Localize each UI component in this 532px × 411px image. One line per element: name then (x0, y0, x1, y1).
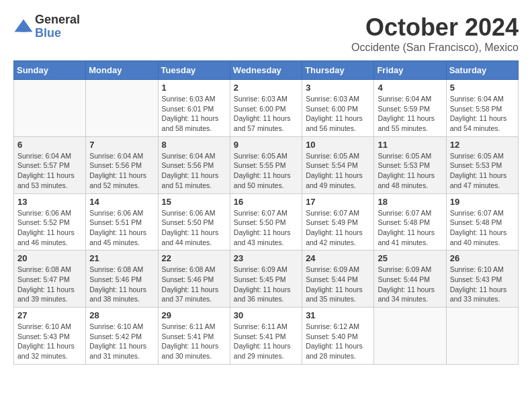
calendar-cell: 1Sunrise: 6:03 AMSunset: 6:01 PMDaylight… (158, 80, 230, 137)
calendar-cell: 9Sunrise: 6:05 AMSunset: 5:55 PMDaylight… (230, 136, 302, 193)
day-info: Sunrise: 6:04 AMSunset: 5:56 PMDaylight:… (89, 151, 154, 191)
day-number: 24 (306, 253, 370, 263)
calendar-cell: 14Sunrise: 6:06 AMSunset: 5:51 PMDayligh… (86, 193, 158, 250)
calendar-cell: 25Sunrise: 6:09 AMSunset: 5:44 PMDayligh… (374, 250, 446, 308)
day-info: Sunrise: 6:03 AMSunset: 6:00 PMDaylight:… (234, 94, 298, 134)
day-number: 15 (162, 197, 226, 207)
calendar-cell: 26Sunrise: 6:10 AMSunset: 5:43 PMDayligh… (446, 250, 518, 308)
day-info: Sunrise: 6:10 AMSunset: 5:43 PMDaylight:… (450, 265, 515, 304)
day-number: 19 (450, 197, 515, 207)
day-info: Sunrise: 6:04 AMSunset: 5:57 PMDaylight:… (17, 151, 82, 191)
col-header-monday: Monday (86, 61, 158, 80)
calendar-cell (446, 308, 518, 365)
calendar-cell: 30Sunrise: 6:11 AMSunset: 5:41 PMDayligh… (230, 308, 302, 365)
day-number: 4 (378, 83, 442, 93)
day-info: Sunrise: 6:07 AMSunset: 5:50 PMDaylight:… (234, 208, 298, 248)
day-info: Sunrise: 6:04 AMSunset: 5:59 PMDaylight:… (378, 94, 442, 134)
day-number: 8 (162, 140, 226, 150)
day-info: Sunrise: 6:07 AMSunset: 5:48 PMDaylight:… (450, 208, 515, 248)
day-info: Sunrise: 6:07 AMSunset: 5:49 PMDaylight:… (306, 208, 370, 248)
month-title: October 2024 (351, 13, 519, 42)
day-number: 26 (450, 253, 515, 263)
calendar-cell: 15Sunrise: 6:06 AMSunset: 5:50 PMDayligh… (158, 193, 230, 250)
day-info: Sunrise: 6:05 AMSunset: 5:53 PMDaylight:… (450, 151, 515, 191)
calendar-cell: 22Sunrise: 6:08 AMSunset: 5:46 PMDayligh… (158, 250, 230, 308)
logo-general-text: General (35, 13, 80, 27)
day-info: Sunrise: 6:05 AMSunset: 5:53 PMDaylight:… (378, 151, 442, 191)
calendar-cell: 8Sunrise: 6:04 AMSunset: 5:56 PMDaylight… (158, 136, 230, 193)
day-number: 6 (17, 140, 82, 150)
day-info: Sunrise: 6:04 AMSunset: 5:58 PMDaylight:… (450, 94, 515, 134)
day-number: 7 (89, 140, 154, 150)
calendar-cell: 31Sunrise: 6:12 AMSunset: 5:40 PMDayligh… (302, 308, 374, 365)
col-header-thursday: Thursday (302, 61, 374, 80)
calendar-cell: 16Sunrise: 6:07 AMSunset: 5:50 PMDayligh… (230, 193, 302, 250)
day-info: Sunrise: 6:10 AMSunset: 5:42 PMDaylight:… (89, 322, 154, 361)
day-number: 16 (234, 197, 298, 207)
calendar-cell: 5Sunrise: 6:04 AMSunset: 5:58 PMDaylight… (446, 80, 518, 137)
day-number: 14 (89, 197, 154, 207)
day-info: Sunrise: 6:03 AMSunset: 6:00 PMDaylight:… (306, 94, 370, 134)
calendar-cell: 6Sunrise: 6:04 AMSunset: 5:57 PMDaylight… (14, 136, 86, 193)
day-info: Sunrise: 6:05 AMSunset: 5:55 PMDaylight:… (234, 151, 298, 191)
calendar-cell: 13Sunrise: 6:06 AMSunset: 5:52 PMDayligh… (14, 193, 86, 250)
calendar-cell (86, 80, 158, 137)
col-header-sunday: Sunday (14, 61, 86, 80)
day-info: Sunrise: 6:09 AMSunset: 5:45 PMDaylight:… (234, 265, 298, 304)
col-header-saturday: Saturday (446, 61, 518, 80)
svg-rect-1 (21, 27, 27, 32)
day-info: Sunrise: 6:09 AMSunset: 5:44 PMDaylight:… (378, 265, 442, 304)
day-number: 3 (306, 83, 370, 93)
day-number: 13 (17, 197, 82, 207)
col-header-tuesday: Tuesday (158, 61, 230, 80)
day-info: Sunrise: 6:12 AMSunset: 5:40 PMDaylight:… (306, 322, 370, 361)
calendar-cell: 3Sunrise: 6:03 AMSunset: 6:00 PMDaylight… (302, 80, 374, 137)
day-number: 28 (89, 310, 154, 320)
calendar-cell: 11Sunrise: 6:05 AMSunset: 5:53 PMDayligh… (374, 136, 446, 193)
col-header-friday: Friday (374, 61, 446, 80)
day-info: Sunrise: 6:06 AMSunset: 5:51 PMDaylight:… (89, 208, 154, 248)
day-info: Sunrise: 6:03 AMSunset: 6:01 PMDaylight:… (162, 94, 226, 134)
day-number: 25 (378, 253, 442, 263)
title-area: October 2024 Occidente (San Francisco), … (351, 13, 519, 54)
calendar-cell: 21Sunrise: 6:08 AMSunset: 5:46 PMDayligh… (86, 250, 158, 308)
day-number: 2 (234, 83, 298, 93)
day-info: Sunrise: 6:08 AMSunset: 5:46 PMDaylight:… (89, 265, 154, 304)
day-number: 10 (306, 140, 370, 150)
logo: General Blue (13, 13, 80, 40)
day-info: Sunrise: 6:04 AMSunset: 5:56 PMDaylight:… (162, 151, 226, 191)
day-info: Sunrise: 6:06 AMSunset: 5:52 PMDaylight:… (17, 208, 82, 248)
calendar-table: SundayMondayTuesdayWednesdayThursdayFrid… (13, 60, 519, 365)
calendar-cell: 2Sunrise: 6:03 AMSunset: 6:00 PMDaylight… (230, 80, 302, 137)
col-header-wednesday: Wednesday (230, 61, 302, 80)
calendar-cell: 24Sunrise: 6:09 AMSunset: 5:44 PMDayligh… (302, 250, 374, 308)
calendar-cell: 28Sunrise: 6:10 AMSunset: 5:42 PMDayligh… (86, 308, 158, 365)
logo-text: General Blue (35, 13, 80, 40)
page-header: General Blue October 2024 Occidente (San… (13, 13, 519, 54)
calendar-cell: 27Sunrise: 6:10 AMSunset: 5:43 PMDayligh… (14, 308, 86, 365)
calendar-cell (374, 308, 446, 365)
day-info: Sunrise: 6:06 AMSunset: 5:50 PMDaylight:… (162, 208, 226, 248)
day-number: 30 (234, 310, 298, 320)
calendar-cell: 29Sunrise: 6:11 AMSunset: 5:41 PMDayligh… (158, 308, 230, 365)
day-info: Sunrise: 6:10 AMSunset: 5:43 PMDaylight:… (17, 322, 82, 361)
day-number: 20 (17, 253, 82, 263)
day-info: Sunrise: 6:05 AMSunset: 5:54 PMDaylight:… (306, 151, 370, 191)
calendar-cell: 17Sunrise: 6:07 AMSunset: 5:49 PMDayligh… (302, 193, 374, 250)
day-info: Sunrise: 6:11 AMSunset: 5:41 PMDaylight:… (162, 322, 226, 361)
calendar-cell: 4Sunrise: 6:04 AMSunset: 5:59 PMDaylight… (374, 80, 446, 137)
calendar-cell: 18Sunrise: 6:07 AMSunset: 5:48 PMDayligh… (374, 193, 446, 250)
day-info: Sunrise: 6:08 AMSunset: 5:47 PMDaylight:… (17, 265, 82, 304)
day-number: 21 (89, 253, 154, 263)
day-number: 27 (17, 310, 82, 320)
day-info: Sunrise: 6:11 AMSunset: 5:41 PMDaylight:… (234, 322, 298, 361)
day-number: 18 (378, 197, 442, 207)
day-number: 31 (306, 310, 370, 320)
day-number: 23 (234, 253, 298, 263)
location: Occidente (San Francisco), Mexico (351, 42, 519, 54)
calendar-cell: 12Sunrise: 6:05 AMSunset: 5:53 PMDayligh… (446, 136, 518, 193)
logo-blue-text: Blue (35, 27, 80, 40)
day-number: 12 (450, 140, 515, 150)
calendar-cell: 7Sunrise: 6:04 AMSunset: 5:56 PMDaylight… (86, 136, 158, 193)
day-number: 29 (162, 310, 226, 320)
